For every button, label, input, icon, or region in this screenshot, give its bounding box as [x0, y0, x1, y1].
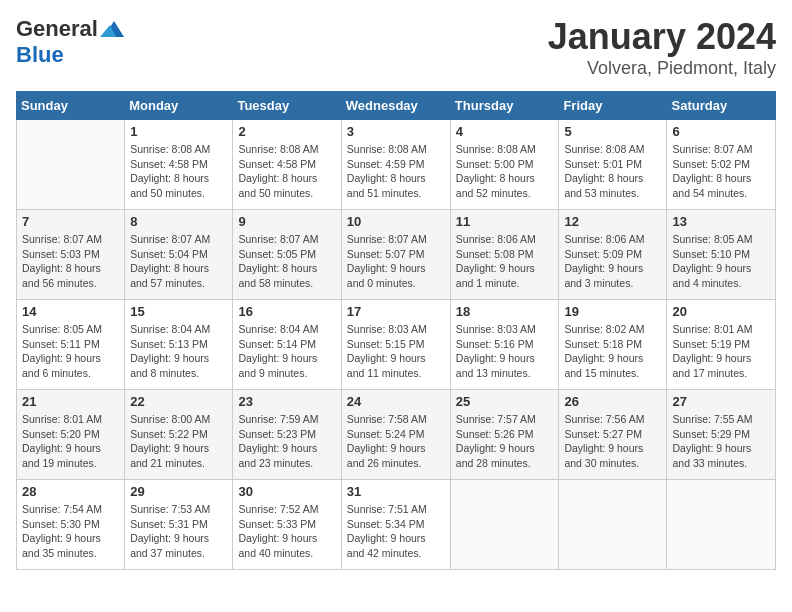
calendar-header-row: SundayMondayTuesdayWednesdayThursdayFrid… — [17, 92, 776, 120]
title-area: January 2024 Volvera, Piedmont, Italy — [548, 16, 776, 79]
day-info: Sunrise: 8:08 AMSunset: 4:58 PMDaylight:… — [130, 142, 227, 201]
day-info: Sunrise: 8:01 AMSunset: 5:20 PMDaylight:… — [22, 412, 119, 471]
day-number: 19 — [564, 304, 661, 319]
day-info: Sunrise: 8:07 AMSunset: 5:03 PMDaylight:… — [22, 232, 119, 291]
calendar-cell: 19Sunrise: 8:02 AMSunset: 5:18 PMDayligh… — [559, 300, 667, 390]
logo-blue-text: Blue — [16, 42, 64, 68]
day-header-sunday: Sunday — [17, 92, 125, 120]
calendar-cell: 8Sunrise: 8:07 AMSunset: 5:04 PMDaylight… — [125, 210, 233, 300]
day-info: Sunrise: 7:57 AMSunset: 5:26 PMDaylight:… — [456, 412, 554, 471]
header: General Blue January 2024 Volvera, Piedm… — [16, 16, 776, 79]
logo-general-text: General — [16, 16, 98, 42]
calendar-cell: 25Sunrise: 7:57 AMSunset: 5:26 PMDayligh… — [450, 390, 559, 480]
day-info: Sunrise: 8:07 AMSunset: 5:04 PMDaylight:… — [130, 232, 227, 291]
logo-icon — [100, 17, 124, 41]
day-number: 20 — [672, 304, 770, 319]
day-info: Sunrise: 8:04 AMSunset: 5:13 PMDaylight:… — [130, 322, 227, 381]
day-info: Sunrise: 8:07 AMSunset: 5:07 PMDaylight:… — [347, 232, 445, 291]
day-number: 30 — [238, 484, 335, 499]
day-number: 6 — [672, 124, 770, 139]
day-info: Sunrise: 8:04 AMSunset: 5:14 PMDaylight:… — [238, 322, 335, 381]
calendar-cell: 24Sunrise: 7:58 AMSunset: 5:24 PMDayligh… — [341, 390, 450, 480]
day-number: 2 — [238, 124, 335, 139]
day-info: Sunrise: 7:54 AMSunset: 5:30 PMDaylight:… — [22, 502, 119, 561]
day-info: Sunrise: 7:58 AMSunset: 5:24 PMDaylight:… — [347, 412, 445, 471]
day-number: 13 — [672, 214, 770, 229]
calendar-cell: 1Sunrise: 8:08 AMSunset: 4:58 PMDaylight… — [125, 120, 233, 210]
day-number: 16 — [238, 304, 335, 319]
calendar-cell: 15Sunrise: 8:04 AMSunset: 5:13 PMDayligh… — [125, 300, 233, 390]
day-number: 27 — [672, 394, 770, 409]
day-info: Sunrise: 8:05 AMSunset: 5:11 PMDaylight:… — [22, 322, 119, 381]
day-number: 4 — [456, 124, 554, 139]
calendar-cell: 9Sunrise: 8:07 AMSunset: 5:05 PMDaylight… — [233, 210, 341, 300]
day-number: 7 — [22, 214, 119, 229]
calendar-cell: 26Sunrise: 7:56 AMSunset: 5:27 PMDayligh… — [559, 390, 667, 480]
day-info: Sunrise: 8:08 AMSunset: 4:58 PMDaylight:… — [238, 142, 335, 201]
calendar-cell: 6Sunrise: 8:07 AMSunset: 5:02 PMDaylight… — [667, 120, 776, 210]
day-number: 22 — [130, 394, 227, 409]
day-number: 1 — [130, 124, 227, 139]
logo: General Blue — [16, 16, 124, 68]
calendar-cell: 16Sunrise: 8:04 AMSunset: 5:14 PMDayligh… — [233, 300, 341, 390]
calendar-cell: 7Sunrise: 8:07 AMSunset: 5:03 PMDaylight… — [17, 210, 125, 300]
day-info: Sunrise: 7:53 AMSunset: 5:31 PMDaylight:… — [130, 502, 227, 561]
month-title: January 2024 — [548, 16, 776, 58]
calendar-cell — [17, 120, 125, 210]
day-number: 10 — [347, 214, 445, 229]
day-info: Sunrise: 7:52 AMSunset: 5:33 PMDaylight:… — [238, 502, 335, 561]
calendar-cell: 13Sunrise: 8:05 AMSunset: 5:10 PMDayligh… — [667, 210, 776, 300]
day-info: Sunrise: 7:51 AMSunset: 5:34 PMDaylight:… — [347, 502, 445, 561]
calendar-cell: 5Sunrise: 8:08 AMSunset: 5:01 PMDaylight… — [559, 120, 667, 210]
day-number: 15 — [130, 304, 227, 319]
day-info: Sunrise: 8:07 AMSunset: 5:02 PMDaylight:… — [672, 142, 770, 201]
calendar-cell: 22Sunrise: 8:00 AMSunset: 5:22 PMDayligh… — [125, 390, 233, 480]
day-info: Sunrise: 8:00 AMSunset: 5:22 PMDaylight:… — [130, 412, 227, 471]
calendar-week-row-1: 1Sunrise: 8:08 AMSunset: 4:58 PMDaylight… — [17, 120, 776, 210]
day-number: 17 — [347, 304, 445, 319]
calendar-cell: 10Sunrise: 8:07 AMSunset: 5:07 PMDayligh… — [341, 210, 450, 300]
calendar-cell: 11Sunrise: 8:06 AMSunset: 5:08 PMDayligh… — [450, 210, 559, 300]
day-number: 23 — [238, 394, 335, 409]
day-info: Sunrise: 7:55 AMSunset: 5:29 PMDaylight:… — [672, 412, 770, 471]
calendar-cell: 20Sunrise: 8:01 AMSunset: 5:19 PMDayligh… — [667, 300, 776, 390]
day-info: Sunrise: 7:56 AMSunset: 5:27 PMDaylight:… — [564, 412, 661, 471]
day-number: 28 — [22, 484, 119, 499]
day-number: 24 — [347, 394, 445, 409]
day-header-tuesday: Tuesday — [233, 92, 341, 120]
calendar-cell: 12Sunrise: 8:06 AMSunset: 5:09 PMDayligh… — [559, 210, 667, 300]
calendar-cell — [450, 480, 559, 570]
calendar-cell: 3Sunrise: 8:08 AMSunset: 4:59 PMDaylight… — [341, 120, 450, 210]
calendar-week-row-4: 21Sunrise: 8:01 AMSunset: 5:20 PMDayligh… — [17, 390, 776, 480]
day-info: Sunrise: 8:06 AMSunset: 5:09 PMDaylight:… — [564, 232, 661, 291]
calendar-cell: 31Sunrise: 7:51 AMSunset: 5:34 PMDayligh… — [341, 480, 450, 570]
day-info: Sunrise: 8:01 AMSunset: 5:19 PMDaylight:… — [672, 322, 770, 381]
calendar-cell: 18Sunrise: 8:03 AMSunset: 5:16 PMDayligh… — [450, 300, 559, 390]
day-info: Sunrise: 8:08 AMSunset: 5:00 PMDaylight:… — [456, 142, 554, 201]
calendar-cell: 29Sunrise: 7:53 AMSunset: 5:31 PMDayligh… — [125, 480, 233, 570]
day-number: 9 — [238, 214, 335, 229]
day-number: 12 — [564, 214, 661, 229]
day-number: 21 — [22, 394, 119, 409]
calendar-week-row-2: 7Sunrise: 8:07 AMSunset: 5:03 PMDaylight… — [17, 210, 776, 300]
day-info: Sunrise: 8:05 AMSunset: 5:10 PMDaylight:… — [672, 232, 770, 291]
day-header-thursday: Thursday — [450, 92, 559, 120]
calendar-cell: 30Sunrise: 7:52 AMSunset: 5:33 PMDayligh… — [233, 480, 341, 570]
location-title: Volvera, Piedmont, Italy — [548, 58, 776, 79]
calendar-cell: 17Sunrise: 8:03 AMSunset: 5:15 PMDayligh… — [341, 300, 450, 390]
day-number: 31 — [347, 484, 445, 499]
day-number: 5 — [564, 124, 661, 139]
day-number: 18 — [456, 304, 554, 319]
calendar-cell: 21Sunrise: 8:01 AMSunset: 5:20 PMDayligh… — [17, 390, 125, 480]
day-info: Sunrise: 8:03 AMSunset: 5:15 PMDaylight:… — [347, 322, 445, 381]
day-header-monday: Monday — [125, 92, 233, 120]
day-info: Sunrise: 8:06 AMSunset: 5:08 PMDaylight:… — [456, 232, 554, 291]
day-info: Sunrise: 8:02 AMSunset: 5:18 PMDaylight:… — [564, 322, 661, 381]
day-info: Sunrise: 8:07 AMSunset: 5:05 PMDaylight:… — [238, 232, 335, 291]
day-info: Sunrise: 7:59 AMSunset: 5:23 PMDaylight:… — [238, 412, 335, 471]
calendar: SundayMondayTuesdayWednesdayThursdayFrid… — [16, 91, 776, 570]
day-info: Sunrise: 8:03 AMSunset: 5:16 PMDaylight:… — [456, 322, 554, 381]
calendar-cell — [667, 480, 776, 570]
day-header-friday: Friday — [559, 92, 667, 120]
calendar-cell: 23Sunrise: 7:59 AMSunset: 5:23 PMDayligh… — [233, 390, 341, 480]
